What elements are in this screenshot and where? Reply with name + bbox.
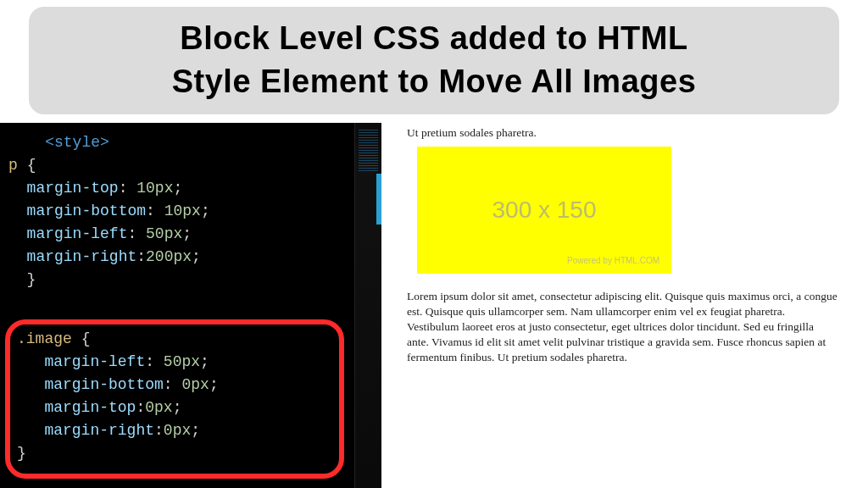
minimap-scrollbar[interactable] bbox=[376, 174, 381, 225]
title-banner: Block Level CSS added to HTML Style Elem… bbox=[29, 7, 839, 114]
placeholder-image: 300 x 150 Powered by HTML.COM bbox=[417, 147, 671, 274]
code-line: margin-right:0px; bbox=[17, 419, 332, 442]
browser-preview-panel: Ut pretium sodales pharetra. 300 x 150 P… bbox=[381, 123, 868, 488]
code-line: <style> bbox=[8, 131, 381, 154]
page-title: Block Level CSS added to HTML Style Elem… bbox=[46, 17, 822, 104]
code-line: margin-bottom: 0px; bbox=[17, 374, 332, 396]
code-line: margin-top:0px; bbox=[17, 396, 332, 419]
code-editor-panel: <style> p { margin-top: 10px; margin-bot… bbox=[0, 123, 381, 488]
placeholder-credit: Powered by HTML.COM bbox=[567, 256, 659, 265]
highlight-callout: .image { margin-left: 50px; margin-botto… bbox=[5, 319, 344, 479]
preview-lorem-paragraph: Lorem ipsum dolor sit amet, consectetur … bbox=[407, 289, 837, 366]
content-row: <style> p { margin-top: 10px; margin-bot… bbox=[0, 123, 868, 488]
title-line-2: Style Element to Move All Images bbox=[172, 64, 697, 99]
code-line: margin-left: 50px; bbox=[17, 351, 332, 374]
code-line: p { bbox=[8, 154, 381, 177]
style-tag-open: <style> bbox=[45, 134, 109, 151]
code-line: } bbox=[8, 269, 381, 291]
preview-text-fragment: Ut pretium sodales pharetra. bbox=[407, 126, 837, 140]
code-line: margin-bottom: 10px; bbox=[8, 200, 381, 223]
code-line: margin-top: 10px; bbox=[8, 177, 381, 200]
code-line: .image { bbox=[17, 328, 332, 351]
title-line-1: Block Level CSS added to HTML bbox=[180, 20, 687, 56]
code-line: margin-left: 50px; bbox=[8, 223, 381, 246]
code-line: margin-right:200px; bbox=[8, 246, 381, 269]
editor-minimap bbox=[354, 123, 381, 488]
placeholder-dimensions: 300 x 150 bbox=[492, 197, 597, 224]
code-line bbox=[8, 291, 381, 314]
code-line: } bbox=[17, 442, 332, 465]
